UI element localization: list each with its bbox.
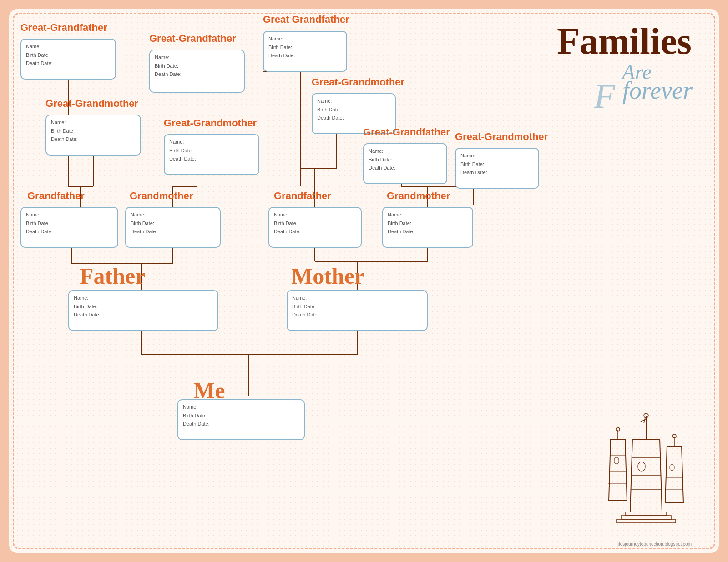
me-birth: Birth Date: [183, 411, 299, 420]
gm-1-name: Name: [131, 211, 215, 219]
gg-father-3-box: Name: Birth Date: Death Date: [263, 31, 347, 72]
attribution: lifesjourneytoperiection.blogspot.com [617, 542, 692, 547]
gm-2-birth: Birth Date: [388, 219, 468, 228]
gm-2-name: Name: [388, 211, 468, 219]
gg-father-4-death: Death Date: [369, 164, 442, 172]
mother-label: Mother [291, 263, 364, 289]
gg-mother-1-birth: Birth Date: [51, 127, 136, 135]
svg-rect-57 [670, 464, 674, 471]
mother-birth: Birth Date: [292, 302, 422, 311]
gm-1-label: Grandmother [130, 190, 193, 202]
gg-father-4-name: Name: [369, 147, 442, 156]
svg-rect-55 [638, 462, 645, 471]
svg-marker-47 [665, 446, 683, 503]
decorative-f: F [594, 76, 615, 116]
father-box: Name: Birth Date: Death Date: [68, 290, 218, 331]
svg-rect-54 [617, 519, 676, 523]
gm-1-box: Name: Birth Date: Death Date: [125, 207, 221, 248]
gg-father-2-birth: Birth Date: [155, 62, 239, 70]
gg-mother-1-death: Death Date: [51, 135, 136, 144]
gg-mother-2-box: Name: Birth Date: Death Date: [164, 134, 259, 175]
gm-1-birth: Birth Date: [131, 219, 215, 228]
gg-mother-1-box: Name: Birth Date: Death Date: [46, 115, 141, 156]
mother-death: Death Date: [292, 311, 422, 319]
gg-mother-1-label: Great-Grandmother [46, 98, 138, 110]
gf-2-box: Name: Birth Date: Death Date: [268, 207, 362, 248]
svg-rect-53 [621, 516, 671, 519]
gf-1-label: Grandfather [27, 190, 85, 202]
me-death: Death Date: [183, 420, 299, 428]
gf-1-death: Death Date: [26, 227, 113, 236]
gg-mother-3-birth: Birth Date: [317, 105, 390, 114]
svg-marker-41 [609, 439, 627, 501]
title-forever: forever [622, 76, 693, 105]
gg-mother-3-death: Death Date: [317, 114, 390, 122]
gg-mother-1-name: Name: [51, 118, 136, 127]
gg-mother-4-label: Great-Grandmother [455, 131, 548, 143]
gg-mother-2-name: Name: [169, 138, 254, 146]
gg-father-2-box: Name: Birth Date: Death Date: [149, 50, 245, 93]
gg-father-1-box: Name: Birth Date: Death Date: [20, 39, 116, 80]
gg-mother-3-label: Great-Grandmother [312, 76, 404, 88]
gm-2-label: Grandmother [387, 190, 450, 202]
gg-father-3-death: Death Date: [268, 51, 342, 60]
father-label: Father [80, 263, 145, 289]
mother-name: Name: [292, 294, 422, 302]
gg-father-1-label: Great-Grandfather [20, 22, 107, 34]
gg-father-3-birth: Birth Date: [268, 43, 342, 52]
gg-mother-2-birth: Birth Date: [169, 146, 254, 155]
gg-father-1-birth: Birth Date: [26, 51, 111, 60]
gg-mother-4-box: Name: Birth Date: Death Date: [455, 148, 539, 189]
gg-father-2-name: Name: [155, 53, 239, 62]
gm-2-death: Death Date: [388, 227, 468, 236]
mother-box: Name: Birth Date: Death Date: [287, 290, 428, 331]
gf-1-name: Name: [26, 211, 113, 219]
gg-father-4-box: Name: Birth Date: Death Date: [363, 143, 447, 184]
gg-father-4-label: Great-Grandfather [363, 126, 450, 138]
gg-father-1-name: Name: [26, 42, 111, 51]
gm-1-death: Death Date: [131, 227, 215, 236]
title-families: Families [557, 23, 692, 60]
gg-father-4-birth: Birth Date: [369, 156, 442, 164]
father-death: Death Date: [74, 311, 213, 319]
svg-line-32 [644, 418, 645, 423]
father-birth: Birth Date: [74, 302, 213, 311]
gf-2-name: Name: [274, 211, 356, 219]
gg-father-2-label: Great-Grandfather [149, 33, 236, 45]
gg-father-3-name: Name: [268, 35, 342, 43]
gf-2-death: Death Date: [274, 227, 356, 236]
svg-line-33 [641, 420, 644, 422]
gg-father-1-death: Death Date: [26, 59, 111, 68]
gg-mother-2-death: Death Date: [169, 155, 254, 163]
gg-mother-3-name: Name: [317, 97, 390, 105]
gm-2-box: Name: Birth Date: Death Date: [382, 207, 473, 248]
temple-illustration [587, 412, 705, 539]
page: Great-Grandfather Name: Birth Date: Deat… [9, 9, 719, 553]
gg-mother-4-death: Death Date: [460, 168, 534, 177]
me-box: Name: Birth Date: Death Date: [177, 399, 305, 440]
gf-1-birth: Birth Date: [26, 219, 113, 228]
gg-father-2-death: Death Date: [155, 70, 239, 79]
gf-2-birth: Birth Date: [274, 219, 356, 228]
svg-rect-56 [614, 457, 619, 464]
gg-mother-4-birth: Birth Date: [460, 160, 534, 169]
gg-father-3-label: Great Grandfather [263, 14, 349, 25]
me-name: Name: [183, 403, 299, 411]
svg-rect-52 [626, 512, 667, 516]
gg-mother-2-label: Great-Grandmother [164, 117, 257, 129]
father-name: Name: [74, 294, 213, 302]
gf-2-label: Grandfather [274, 190, 331, 202]
gf-1-box: Name: Birth Date: Death Date: [20, 207, 118, 248]
gg-mother-4-name: Name: [460, 151, 534, 160]
